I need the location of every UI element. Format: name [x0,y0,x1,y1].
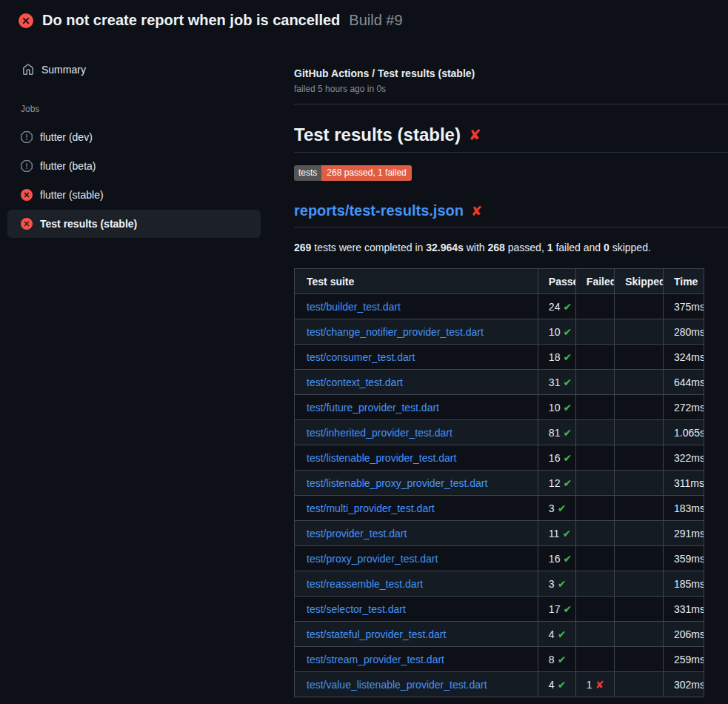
build-number: Build #9 [349,12,402,29]
table-header-row: Test suite Passed Failed Skipped Time [295,269,704,294]
passed-cell: 31✔ [538,370,575,395]
test-suite-cell: test/selector_test.dart [295,597,538,622]
passed-count: 11 [549,528,560,539]
time-cell: 206ms [663,622,704,647]
failed-cell [575,521,614,546]
skipped-cell [615,571,664,597]
table-row: test/listenable_proxy_provider_test.dart… [295,471,704,496]
table-row: test/consumer_test.dart18✔324ms [295,345,704,370]
test-suite-link[interactable]: test/listenable_proxy_provider_test.dart [307,477,487,489]
sidebar-item-summary[interactable]: Summary [7,56,261,84]
failed-x-icon: ✘ [471,205,482,218]
test-suite-link[interactable]: test/future_provider_test.dart [307,402,439,414]
skipped-cell [615,496,664,521]
sidebar-item-flutter-beta[interactable]: flutter (beta) [7,152,261,180]
time-cell: 1.065s [663,420,704,445]
test-suite-link[interactable]: test/selector_test.dart [307,603,406,615]
check-icon: ✔ [558,679,567,691]
passed-cell: 16✔ [538,546,575,571]
failed-cell [575,471,614,496]
skipped-cell [615,420,664,445]
passed-count: 3 [549,578,555,590]
sidebar-job-label: flutter (dev) [40,131,93,143]
test-suite-cell: test/context_test.dart [295,370,538,395]
passed-cell: 10✔ [538,319,575,345]
table-row: test/value_listenable_provider_test.dart… [295,672,704,697]
x-circle-icon [19,13,33,28]
passed-cell: 8✔ [538,647,575,672]
total-time: 32.964s [426,242,464,253]
passed-count: 81 [549,427,561,439]
test-suite-link[interactable]: test/provider_test.dart [307,528,407,539]
sidebar-job-label: flutter (stable) [40,189,104,201]
time-cell: 375ms [663,294,704,319]
test-suite-link[interactable]: test/listenable_provider_test.dart [307,452,456,464]
test-suite-link[interactable]: test/context_test.dart [307,376,403,388]
table-row: test/reassemble_test.dart3✔185ms [295,571,704,597]
time-cell: 183ms [663,496,704,521]
passed-count: 268 [488,242,505,253]
badge-label: tests [294,165,321,181]
report-file-link[interactable]: reports/test-results.json [294,202,464,219]
failed-cell [575,294,614,319]
test-suite-link[interactable]: test/builder_test.dart [307,301,401,313]
test-suite-cell: test/proxy_provider_test.dart [295,546,538,571]
check-icon: ✔ [563,603,572,615]
check-icon: ✔ [563,452,572,464]
table-row: test/stateful_provider_test.dart4✔206ms [295,622,704,647]
failed-cell [575,571,614,597]
time-value: 185ms [674,578,704,590]
skipped-count: 0 [604,242,610,253]
jobs-list: flutter (dev)flutter (beta)flutter (stab… [7,123,261,238]
summary-text: failed and [553,242,604,253]
failed-x-icon: ✘ [469,127,481,142]
time-cell: 272ms [663,395,704,420]
passed-count: 4 [549,628,555,640]
time-cell: 280ms [663,319,704,345]
passed-count: 24 [549,301,561,313]
time-value: 206ms [674,628,704,640]
skipped-cell [615,521,664,546]
check-run-title-text: Test results (stable) [294,124,461,145]
workflow-run-title: Do not create report when job is cancell… [42,12,340,29]
test-suite-link[interactable]: test/change_notifier_provider_test.dart [307,326,484,338]
summary-text: with [464,242,488,253]
jobs-sidebar: Summary Jobs flutter (dev)flutter (beta)… [0,39,294,239]
passed-cell: 4✔ [538,622,575,647]
summary-text: skipped. [610,242,651,253]
test-suite-cell: test/listenable_proxy_provider_test.dart [295,471,538,496]
column-header-failed: Failed [575,269,614,294]
time-value: 359ms [674,553,704,565]
passed-cell: 81✔ [538,420,575,445]
check-icon: ✔ [558,628,567,640]
failed-cell [575,395,614,420]
test-suite-cell: test/provider_test.dart [295,521,538,546]
test-suite-link[interactable]: test/stream_provider_test.dart [307,654,444,665]
time-value: 272ms [674,402,704,414]
time-value: 280ms [674,326,704,338]
test-suite-link[interactable]: test/proxy_provider_test.dart [307,553,438,565]
test-suite-link[interactable]: test/stateful_provider_test.dart [307,628,446,640]
failed-cell [575,420,614,445]
time-value: 291ms [674,528,704,539]
sidebar-item-test-results-stable[interactable]: Test results (stable) [7,210,261,238]
check-icon: ✔ [563,477,572,489]
test-suite-link[interactable]: test/multi_provider_test.dart [307,502,435,514]
passed-cell: 24✔ [538,294,575,319]
x-circle-icon [21,189,33,201]
passed-count: 12 [549,477,561,489]
passed-count: 18 [549,351,561,363]
sidebar-item-flutter-stable[interactable]: flutter (stable) [7,181,261,209]
skipped-cell [615,445,664,471]
test-suite-link[interactable]: test/reassemble_test.dart [307,578,423,590]
run-header: Do not create report when job is cancell… [0,0,728,39]
stop-octagon-icon [21,160,33,172]
test-suite-cell: test/consumer_test.dart [295,345,538,370]
test-suite-link[interactable]: test/inherited_provider_test.dart [307,427,453,439]
check-status-line: failed 5 hours ago in 0s [294,84,728,94]
sidebar-item-flutter-dev[interactable]: flutter (dev) [7,123,261,151]
test-suite-link[interactable]: test/value_listenable_provider_test.dart [307,679,487,691]
sidebar-summary-label: Summary [41,64,86,76]
skipped-cell [615,345,664,370]
test-suite-link[interactable]: test/consumer_test.dart [307,351,415,363]
